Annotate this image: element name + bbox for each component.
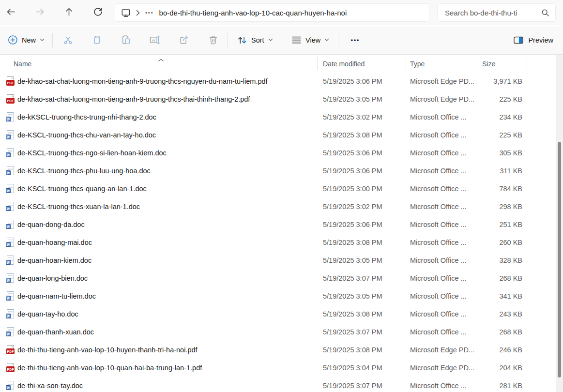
rename-icon: A	[150, 35, 161, 45]
file-size: 268 KB	[478, 274, 522, 282]
file-row[interactable]: PDF W de-KSCL-truong-thcs-quang-an-lan-1…	[0, 180, 556, 197]
file-name-cell: PDF W de-KSCL-truong-thcs-chu-van-an-tay…	[0, 130, 317, 139]
file-row[interactable]: PDF W de-quan-thanh-xuan.doc 5/19/2025 3…	[0, 323, 556, 341]
column-header-date-modified[interactable]: Date modified	[323, 60, 365, 68]
file-size: 328 KB	[478, 256, 522, 264]
doc-file-icon: W	[6, 381, 15, 390]
file-name: de-quan-tay-ho.doc	[17, 310, 78, 318]
file-row[interactable]: PDF W de-quan-dong-da.doc 5/19/2025 3:06…	[0, 215, 556, 233]
file-size: 281 KB	[478, 382, 522, 390]
toolbar-separator	[52, 33, 53, 47]
doc-file-icon: W	[6, 184, 15, 193]
file-date: 5/19/2025 3:00 PM	[317, 185, 406, 193]
file-row[interactable]: PDF W de-thi-thu-tieng-anh-vao-lop-10-hu…	[0, 341, 556, 359]
file-name-cell: PDF W de-khao-sat-chat-luong-mon-tieng-a…	[0, 76, 317, 86]
file-row[interactable]: PDF W de-quan-tay-ho.doc 5/19/2025 3:08 …	[0, 305, 556, 323]
column-divider[interactable]	[527, 57, 527, 70]
doc-badge-label: W	[6, 296, 11, 301]
doc-badge-label: W	[6, 332, 11, 336]
file-date: 5/19/2025 3:06 PM	[317, 149, 406, 157]
file-size: 260 KB	[478, 239, 522, 246]
file-name-cell: PDF W de-khao-sat-chat-luong-mon-tieng-a…	[0, 94, 317, 104]
file-name-cell: PDF W de-KSCL-truong-thcs-phu-luu-ung-ho…	[0, 166, 317, 175]
doc-file-icon: W	[6, 130, 15, 139]
share-button[interactable]	[173, 31, 195, 49]
file-row[interactable]: PDF W de-KSCL-truong-thcs-ngo-si-lien-ho…	[0, 144, 556, 162]
file-row[interactable]: PDF W de-KSCL-truong-thcs-chu-van-an-tay…	[0, 126, 556, 144]
file-type: Microsoft Office ...	[406, 113, 478, 121]
more-options-icon: •••	[351, 37, 360, 44]
file-row[interactable]: PDF W de-KSCL-truong-thcs-phu-luu-ung-ho…	[0, 162, 556, 180]
file-row[interactable]: PDF W de-quan-nam-tu-liem.doc 5/19/2025 …	[0, 287, 556, 305]
copy-icon	[92, 35, 102, 45]
new-button[interactable]: New	[6, 31, 46, 49]
breadcrumb-current-folder[interactable]: bo-de-thi-thu-tieng-anh-vao-lop-10-cac-q…	[159, 9, 347, 17]
file-name-cell: PDF W de-quan-tay-ho.doc	[0, 309, 317, 318]
column-header-name[interactable]: Name	[14, 60, 31, 68]
file-name-cell: PDF W de-quan-long-bien.doc	[0, 273, 317, 283]
file-row[interactable]: PDF W de-thi-thu-tieng-anh-vao-lop-10-qu…	[0, 359, 556, 377]
search-input[interactable]	[445, 9, 541, 17]
file-row[interactable]: PDF W de-thi-xa-son-tay.doc 5/19/2025 3:…	[0, 377, 556, 392]
file-name-cell: PDF W de-thi-thu-tieng-anh-vao-lop-10-hu…	[0, 345, 317, 354]
column-divider[interactable]	[478, 57, 478, 70]
breadcrumb-overflow-icon[interactable]: •••	[145, 10, 154, 15]
file-row[interactable]: PDF W de-quan-hoang-mai.doc 5/19/2025 3:…	[0, 233, 556, 251]
file-date: 5/19/2025 3:07 PM	[317, 328, 406, 336]
chevron-down-icon	[324, 38, 329, 42]
file-name-cell: PDF W de-quan-thanh-xuan.doc	[0, 327, 317, 336]
pdf-file-icon: PDF	[6, 363, 15, 372]
sort-button[interactable]: Sort	[234, 31, 276, 49]
file-size: 784 KB	[478, 185, 522, 193]
refresh-button[interactable]	[89, 4, 107, 21]
file-size: 3,971 KB	[478, 77, 522, 85]
address-bar[interactable]: ••• bo-de-thi-thu-tieng-anh-vao-lop-10-c…	[115, 3, 429, 22]
toolbar-separator	[339, 33, 339, 47]
share-icon	[179, 35, 189, 45]
paste-button[interactable]	[115, 31, 137, 49]
back-button[interactable]	[2, 4, 19, 21]
doc-file-icon: W	[6, 166, 15, 175]
doc-file-icon: W	[6, 273, 15, 283]
view-button[interactable]: View	[289, 31, 332, 49]
more-options-button[interactable]: •••	[346, 31, 365, 49]
doc-file-icon: W	[6, 238, 15, 247]
column-header-size[interactable]: Size	[482, 60, 495, 68]
file-name: de-thi-thu-tieng-anh-vao-lop-10-huyen-th…	[17, 346, 198, 354]
chevron-down-icon	[268, 38, 273, 42]
file-date: 5/19/2025 3:08 PM	[317, 310, 406, 318]
search-icon	[541, 9, 549, 17]
forward-button[interactable]	[31, 4, 48, 21]
scrollbar-thumb[interactable]	[558, 142, 561, 377]
svg-text:A: A	[152, 37, 155, 43]
file-type: Microsoft Office ...	[406, 221, 478, 228]
file-row[interactable]: PDF W de-quan-hoan-kiem.doc 5/19/2025 3:…	[0, 251, 556, 269]
preview-toggle[interactable]: Preview	[513, 31, 553, 49]
doc-badge-label: W	[6, 224, 11, 229]
pdf-file-icon: PDF	[6, 76, 15, 86]
file-name: de-thi-xa-son-tay.doc	[17, 382, 83, 390]
column-divider[interactable]	[317, 57, 318, 70]
file-row[interactable]: PDF W de-khao-sat-chat-luong-mon-tieng-a…	[0, 72, 556, 90]
rename-button[interactable]: A	[144, 31, 166, 49]
pdf-badge-label: PDF	[6, 80, 15, 86]
file-name-cell: PDF W de-quan-hoan-kiem.doc	[0, 256, 317, 265]
file-name: de-KSCL-truong-thcs-chu-van-an-tay-ho.do…	[17, 131, 156, 139]
file-name: de-KSCL-truong-thcs-xuan-la-lan-1.doc	[17, 203, 140, 211]
file-row[interactable]: PDF W de-quan-long-bien.doc 5/19/2025 3:…	[0, 269, 556, 287]
file-type: Microsoft Edge PD...	[406, 77, 478, 85]
file-size: 268 KB	[478, 328, 522, 336]
copy-button[interactable]	[86, 31, 107, 49]
file-row[interactable]: PDF W de-kKSCL-truong-thcs-trung-nhi-tha…	[0, 108, 556, 126]
scrollbar[interactable]	[556, 55, 563, 392]
column-header-type[interactable]: Type	[410, 60, 425, 68]
delete-button[interactable]	[202, 31, 224, 49]
cut-button[interactable]	[57, 31, 78, 49]
file-row[interactable]: PDF W de-KSCL-truong-thcs-xuan-la-lan-1.…	[0, 197, 556, 215]
column-divider[interactable]	[406, 57, 406, 70]
file-date: 5/19/2025 3:06 PM	[317, 221, 406, 228]
file-row[interactable]: PDF W de-khao-sat-chat-luong-mon-tieng-a…	[0, 90, 556, 108]
file-date: 5/19/2025 3:05 PM	[317, 256, 406, 264]
up-button[interactable]	[60, 4, 77, 21]
column-headers: Name Date modified Type Size	[0, 55, 556, 72]
